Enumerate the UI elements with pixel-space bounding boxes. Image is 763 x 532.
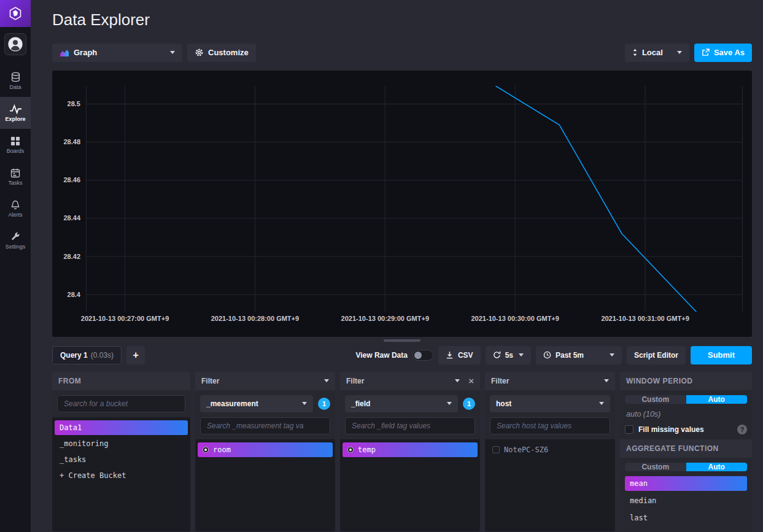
submit-button[interactable]: Submit: [691, 346, 752, 364]
window-period-header-label: WINDOW PERIOD: [626, 377, 693, 385]
measurement-value-list: room: [195, 439, 335, 531]
filter-panel-header[interactable]: Filter: [485, 372, 615, 390]
timezone-dropdown[interactable]: Local: [625, 44, 689, 62]
bucket-item[interactable]: _monitoring: [55, 436, 188, 451]
bucket-item[interactable]: _tasks: [55, 452, 188, 467]
checkbox-icon[interactable]: [492, 446, 500, 453]
aggregate-function-item[interactable]: last: [625, 511, 747, 525]
tag-value-item[interactable]: temp: [343, 442, 478, 457]
window-period-header: WINDOW PERIOD: [620, 372, 752, 390]
window-period-mode-toggle: Custom Auto: [625, 395, 747, 404]
timezone-icon: [632, 48, 638, 56]
x-tick-label: 2021-10-13 00:30:00 GMT+9: [471, 315, 559, 322]
field-search-input[interactable]: [345, 417, 475, 434]
chevron-down-icon: [302, 402, 307, 405]
measurement-search-input[interactable]: [200, 417, 330, 434]
query-tab[interactable]: Query 1 (0.03s): [52, 346, 122, 364]
aggregate-custom-button[interactable]: Custom: [625, 463, 686, 471]
add-query-button[interactable]: +: [126, 346, 145, 364]
window-period-panel: WINDOW PERIOD Custom Auto auto (10s) Fil…: [620, 372, 752, 531]
filter-header-label: Filter: [491, 377, 509, 385]
filter-panel-field: Filter × _field 1: [340, 372, 480, 531]
bucket-list: Data1 _monitoring _tasks + Create Bucket: [52, 417, 190, 531]
tag-value-label: NotePC-SZ6: [504, 445, 548, 454]
host-search-input[interactable]: [490, 417, 610, 434]
chevron-down-icon: [455, 379, 460, 382]
aggregate-mode-toggle: Custom Auto: [625, 463, 747, 471]
dashboard-grid-icon: [10, 136, 20, 146]
create-bucket-item[interactable]: + Create Bucket: [55, 468, 188, 483]
sidebar-item-alerts[interactable]: Alerts: [0, 193, 31, 225]
main-content: Data Explorer Graph Customize Local: [31, 0, 763, 532]
sidebar-item-explore[interactable]: Explore: [0, 97, 31, 129]
bucket-item[interactable]: Data1: [55, 420, 188, 435]
database-icon: [10, 72, 21, 82]
x-tick-label: 2021-10-13 00:29:00 GMT+9: [341, 315, 429, 322]
sidebar-item-settings[interactable]: Settings: [0, 225, 31, 256]
graph-type-icon: [60, 48, 69, 57]
sidebar: Data Explore Boards Tasks Alerts Setting…: [0, 0, 31, 532]
toggle-knob: [414, 352, 422, 359]
chevron-down-icon: [447, 402, 452, 405]
query-bar: Query 1 (0.03s) + View Raw Data CSV 5s: [52, 346, 752, 364]
view-raw-data-toggle[interactable]: [412, 350, 433, 361]
query-tab-time: (0.03s): [91, 351, 114, 360]
help-icon[interactable]: ?: [737, 425, 747, 434]
csv-download-button[interactable]: CSV: [438, 346, 481, 364]
sidebar-item-boards[interactable]: Boards: [0, 129, 31, 161]
close-icon[interactable]: ×: [468, 376, 474, 385]
clock-icon: [543, 351, 551, 359]
user-avatar[interactable]: [4, 33, 26, 55]
window-auto-button[interactable]: Auto: [686, 395, 748, 404]
customize-button[interactable]: Customize: [187, 44, 256, 62]
window-period-body: Custom Auto auto (10s) Fill missing valu…: [620, 390, 752, 531]
y-tick-label: 28.4: [68, 291, 80, 298]
sidebar-item-label: Explore: [5, 116, 25, 122]
bucket-search-input[interactable]: [57, 395, 185, 412]
view-toolbar: Graph Customize Local Save As: [52, 44, 752, 62]
refresh-icon: [493, 351, 501, 359]
fill-missing-label: Fill missing values: [638, 425, 704, 434]
aggregate-header-label: AGGREGATE FUNCTION: [626, 444, 719, 453]
chevron-down-icon: [324, 379, 329, 382]
filter-panel-header[interactable]: Filter: [195, 372, 335, 390]
view-type-dropdown[interactable]: Graph: [52, 44, 182, 62]
time-range-dropdown[interactable]: Past 5m: [536, 346, 622, 364]
filter-panel-measurement: Filter _measurement 1: [195, 372, 335, 531]
refresh-interval-label: 5s: [505, 351, 513, 360]
x-axis-labels: 2021-10-13 00:27:00 GMT+92021-10-13 00:2…: [86, 315, 743, 327]
aggregate-auto-button[interactable]: Auto: [686, 463, 748, 471]
sidebar-item-label: Data: [9, 84, 21, 90]
filter-key-label: _field: [351, 399, 370, 408]
filter-key-label: host: [496, 399, 511, 408]
fill-missing-row: Fill missing values ?: [625, 425, 747, 434]
script-editor-button[interactable]: Script Editor: [627, 346, 686, 364]
window-custom-button[interactable]: Custom: [625, 395, 686, 404]
y-tick-label: 28.42: [63, 253, 80, 260]
chart-canvas[interactable]: [86, 86, 743, 312]
chart-resize-handle[interactable]: [384, 339, 420, 342]
save-as-button[interactable]: Save As: [694, 44, 752, 62]
filter-panel-body: host NotePC-SZ6: [485, 390, 615, 531]
x-tick-label: 2021-10-13 00:28:00 GMT+9: [211, 315, 299, 322]
filter-key-dropdown[interactable]: _field: [345, 395, 458, 412]
fill-missing-checkbox[interactable]: [625, 425, 633, 434]
y-tick-label: 28.48: [63, 138, 80, 145]
auto-refresh-dropdown[interactable]: 5s: [486, 346, 531, 364]
aggregate-function-item[interactable]: mean: [625, 476, 747, 491]
download-icon: [446, 351, 454, 359]
filter-key-dropdown[interactable]: host: [490, 395, 610, 412]
influxdb-logo-icon[interactable]: [0, 0, 31, 27]
customize-label: Customize: [208, 48, 249, 57]
x-tick-label: 2021-10-13 00:27:00 GMT+9: [81, 315, 169, 322]
filter-key-dropdown[interactable]: _measurement: [200, 395, 313, 412]
tag-value-item[interactable]: NotePC-SZ6: [487, 442, 613, 457]
field-value-list: temp: [340, 439, 480, 531]
tag-value-item[interactable]: room: [198, 442, 333, 457]
aggregate-function-item[interactable]: median: [625, 493, 747, 508]
sidebar-item-label: Settings: [6, 244, 26, 250]
filter-panel-host: Filter host NotePC-SZ6: [485, 372, 615, 531]
filter-panel-header[interactable]: Filter ×: [340, 372, 480, 390]
sidebar-item-tasks[interactable]: Tasks: [0, 161, 31, 193]
sidebar-item-data[interactable]: Data: [0, 65, 31, 97]
